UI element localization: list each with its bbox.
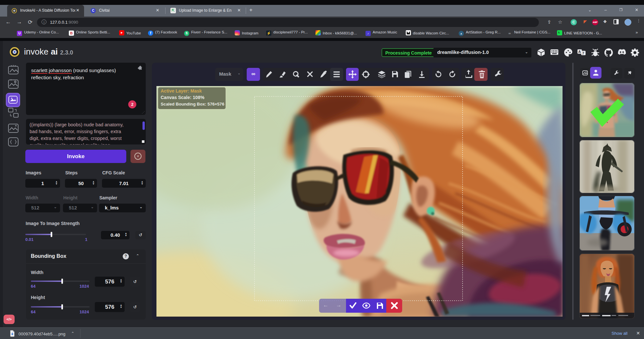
svg-text:7: 7 (582, 51, 584, 55)
svg-text:A: A (578, 50, 581, 54)
